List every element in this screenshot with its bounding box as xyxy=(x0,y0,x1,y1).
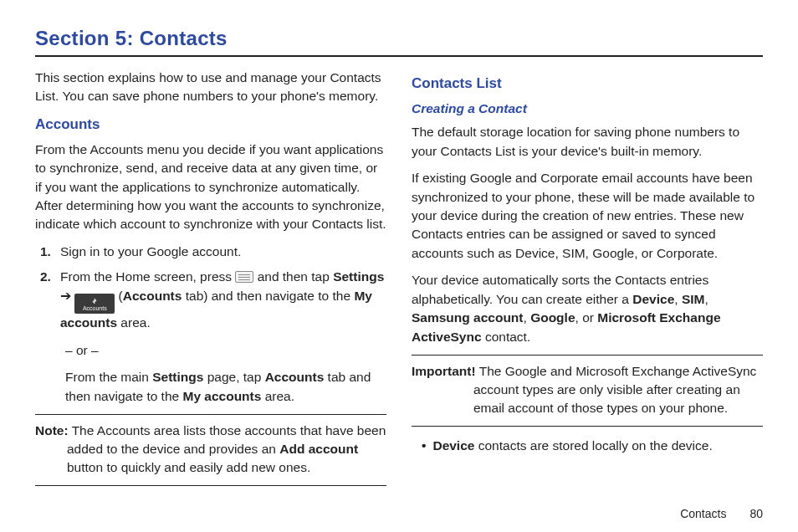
left-column: This section explains how to use and man… xyxy=(35,69,386,493)
step-2: 2. From the Home screen, press and then … xyxy=(35,268,386,332)
page-footer: Contacts 80 xyxy=(680,507,763,520)
sim-label: SIM xyxy=(682,292,705,306)
device-label: Device xyxy=(632,292,674,306)
step-1: 1. Sign in to your Google account. xyxy=(35,243,386,261)
add-account-label: Add account xyxy=(279,442,358,456)
step-number: 2. xyxy=(35,268,60,332)
accounts-heading: Accounts xyxy=(35,115,386,136)
important-divider-top xyxy=(412,355,763,356)
steps-list: 1. Sign in to your Google account. 2. Fr… xyxy=(35,243,386,333)
step-body: Sign in to your Google account. xyxy=(60,243,386,261)
text: and then tap xyxy=(253,269,333,284)
text: , xyxy=(674,292,682,306)
my-accounts-label: My accounts xyxy=(182,389,261,403)
step-2-alt: From the main Settings page, tap Account… xyxy=(35,368,386,406)
device-label: Device xyxy=(432,438,474,453)
content-columns: This section explains how to use and man… xyxy=(35,69,763,493)
settings-label: Settings xyxy=(333,269,384,284)
text: area. xyxy=(261,389,294,403)
text: The Google and Microsoft Exchange Active… xyxy=(473,364,756,415)
step-number: 1. xyxy=(35,243,60,261)
text: button to quickly and easily add new one… xyxy=(67,460,310,474)
accounts-tab-label: Accounts xyxy=(123,289,182,303)
note-divider-top xyxy=(35,414,386,415)
important-block: Important! The Google and Microsoft Exch… xyxy=(412,362,763,417)
settings-label: Settings xyxy=(152,370,203,384)
paragraph: Your device automatically sorts the Cont… xyxy=(412,271,763,346)
bullet-dot: • xyxy=(422,437,426,455)
text: tab) and then navigate to the xyxy=(182,289,354,303)
bullet-item: • Device contacts are stored locally on … xyxy=(412,437,763,455)
google-label: Google xyxy=(530,310,575,325)
menu-icon xyxy=(235,271,253,283)
important-divider-bottom xyxy=(412,426,763,427)
text: , xyxy=(524,310,531,325)
paragraph: The default storage location for saving … xyxy=(412,123,763,161)
text: contacts are stored locally on the devic… xyxy=(474,438,712,453)
text: page, tap xyxy=(203,370,264,384)
accounts-icon-label: Accounts xyxy=(83,305,107,311)
important-label: Important! xyxy=(412,364,476,378)
text: From the Home screen, press xyxy=(60,269,235,284)
samsung-label: Samsung account xyxy=(412,310,524,325)
title-divider xyxy=(35,55,763,57)
text: contact. xyxy=(482,330,531,344)
accounts-desc: From the Accounts menu you decide if you… xyxy=(35,141,386,234)
text: area. xyxy=(117,315,151,330)
intro-text: This section explains how to use and man… xyxy=(35,69,386,106)
section-title: Section 5: Contacts xyxy=(35,27,763,50)
creating-contact-heading: Creating a Contact xyxy=(412,100,763,118)
text: , xyxy=(704,292,708,306)
contacts-list-heading: Contacts List xyxy=(412,74,763,95)
bullet-text: Device contacts are stored locally on th… xyxy=(432,437,712,455)
accounts-icon: Accounts xyxy=(74,294,115,314)
arrow: ➔ xyxy=(60,289,74,303)
paragraph: If existing Google and Corporate email a… xyxy=(412,169,763,263)
text: ( xyxy=(115,289,122,303)
text: , or xyxy=(575,310,598,325)
accounts-label: Accounts xyxy=(265,370,325,384)
step-body: From the Home screen, press and then tap… xyxy=(60,268,386,332)
text: From the main xyxy=(65,370,152,384)
note-block: Note: The Accounts area lists those acco… xyxy=(35,422,386,477)
right-column: Contacts List Creating a Contact The def… xyxy=(412,69,763,493)
note-divider-bottom xyxy=(35,485,386,486)
note-label: Note: xyxy=(35,423,69,437)
or-divider: – or – xyxy=(35,341,386,360)
page-number: 80 xyxy=(749,507,763,520)
footer-label: Contacts xyxy=(680,507,726,520)
